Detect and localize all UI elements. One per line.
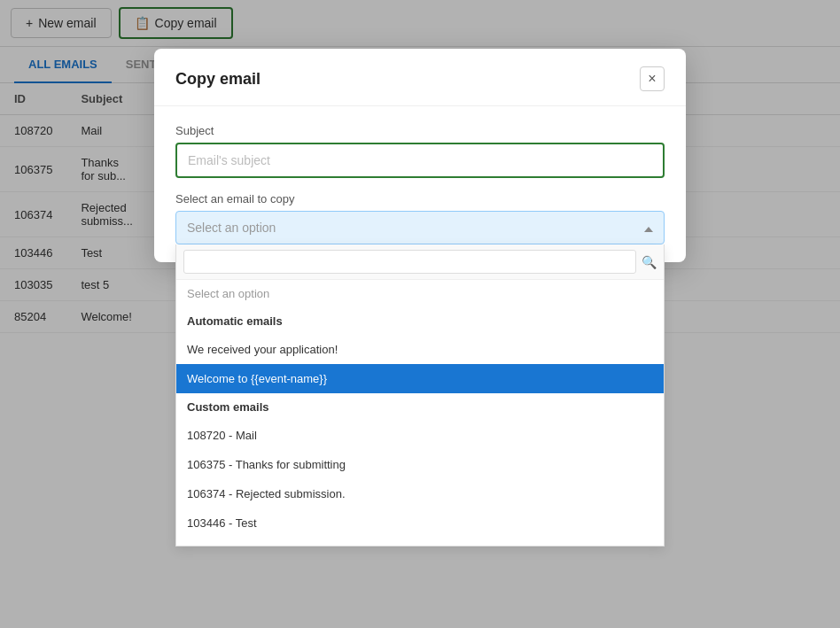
close-icon: × <box>648 71 656 87</box>
email-select-dropdown[interactable]: Select an option 🔍 Select an option Auto… <box>175 211 665 244</box>
dropdown-item-auto2[interactable]: Welcome to {{event-name}} <box>176 364 664 393</box>
dropdown-selected-text: Select an option <box>187 221 276 235</box>
dropdown-trigger[interactable]: Select an option <box>175 211 665 244</box>
dropdown-list-placeholder: Select an option <box>176 280 664 307</box>
dropdown-item-106374[interactable]: 106374 - Rejected submission. <box>176 479 664 508</box>
select-email-label: Select an email to copy <box>175 192 665 205</box>
modal-close-button[interactable]: × <box>640 66 665 91</box>
subject-label: Subject <box>175 124 665 137</box>
modal-header: Copy email × <box>154 49 686 106</box>
dropdown-list: Select an option Automatic emails We rec… <box>176 280 664 546</box>
modal-body: Subject Select an email to copy Select a… <box>154 106 686 262</box>
group-label-custom: Custom emails <box>176 393 664 421</box>
search-icon: 🔍 <box>642 255 657 269</box>
dropdown-search-input[interactable] <box>183 250 636 274</box>
dropdown-search-wrapper: 🔍 <box>176 244 664 280</box>
dropdown-item-103035[interactable]: 103035 - test 5 <box>176 538 664 546</box>
chevron-up-icon <box>644 221 653 235</box>
dropdown-panel: 🔍 Select an option Automatic emails We r… <box>175 244 665 547</box>
dropdown-item-103446[interactable]: 103446 - Test <box>176 508 664 538</box>
dropdown-item-106375[interactable]: 106375 - Thanks for submitting <box>176 450 664 479</box>
subject-input[interactable] <box>175 143 665 178</box>
copy-email-modal: Copy email × Subject Select an email to … <box>154 49 686 262</box>
dropdown-item-auto1[interactable]: We received your application! <box>176 335 664 364</box>
group-label-automatic: Automatic emails <box>176 307 664 335</box>
modal-overlay: Copy email × Subject Select an email to … <box>0 0 840 628</box>
modal-title: Copy email <box>175 70 261 89</box>
dropdown-item-108720[interactable]: 108720 - Mail <box>176 421 664 450</box>
